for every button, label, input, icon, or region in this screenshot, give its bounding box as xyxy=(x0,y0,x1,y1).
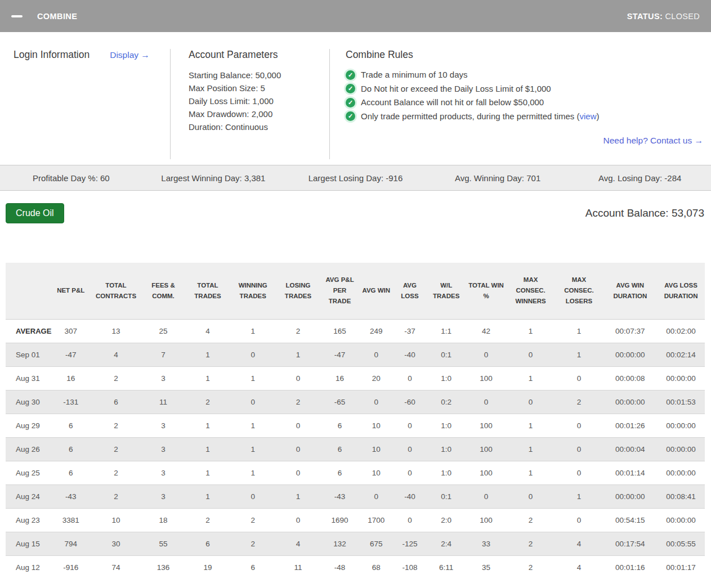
table-row: Aug 23338110182201690170002:01002000:54:… xyxy=(6,508,705,532)
table-cell: 0 xyxy=(555,437,603,461)
table-cell: 25 xyxy=(141,319,186,343)
row-date-label: Aug 31 xyxy=(6,366,51,390)
combine-rules-list: ✓Trade a minimum of 10 days✓Do Not hit o… xyxy=(346,68,705,123)
table-cell: 0 xyxy=(555,414,603,437)
table-cell: 74 xyxy=(91,555,141,579)
table-cell: 1:0 xyxy=(427,461,466,484)
column-header: LOSING TRADES xyxy=(276,263,320,319)
rule-text: Only trade permitted products, during th… xyxy=(361,110,600,124)
account-parameters-panel: Account Parameters Starting Balance: 50,… xyxy=(171,42,329,159)
table-cell: 00:00:08 xyxy=(603,366,657,390)
row-date-label: Aug 30 xyxy=(6,390,51,414)
table-cell: -47 xyxy=(51,343,91,366)
table-cell: 3381 xyxy=(51,508,91,532)
account-parameter-line: Duration: Continuous xyxy=(189,120,329,133)
table-cell: 00:02:00 xyxy=(657,319,705,343)
rule-text: Do Not hit or exceed the Daily Loss Limi… xyxy=(361,82,551,96)
table-cell: 00:00:00 xyxy=(603,390,657,414)
table-cell: 3 xyxy=(141,437,186,461)
table-cell: 30 xyxy=(91,532,141,555)
table-cell: 1 xyxy=(230,437,276,461)
crude-oil-button[interactable]: Crude Oil xyxy=(6,203,64,223)
table-cell: 132 xyxy=(320,532,360,555)
table-cell: 4 xyxy=(186,319,230,343)
table-cell: 1 xyxy=(507,461,555,484)
table-cell: 00:05:55 xyxy=(657,532,705,555)
table-row: Aug 2562311061001:01001000:01:1400:00:00 xyxy=(6,461,705,484)
row-date-label: Aug 23 xyxy=(6,508,51,532)
table-cell: 00:00:00 xyxy=(657,437,705,461)
check-icon: ✓ xyxy=(346,98,355,107)
table-cell: 1 xyxy=(230,414,276,437)
table-cell: 1 xyxy=(507,366,555,390)
view-link[interactable]: view xyxy=(580,111,597,121)
table-cell: 0:2 xyxy=(427,390,466,414)
column-header xyxy=(6,263,51,319)
status-badge: STATUS: CLOSED xyxy=(627,12,700,21)
table-cell: 2:4 xyxy=(427,532,466,555)
table-cell: 2 xyxy=(507,555,555,579)
column-header: FEES & COMM. xyxy=(141,263,186,319)
table-cell: 10 xyxy=(359,414,393,437)
window-title: COMBINE xyxy=(37,12,77,21)
table-cell: 4 xyxy=(276,532,320,555)
column-header: TOTAL TRADES xyxy=(186,263,230,319)
table-cell: 1 xyxy=(507,319,555,343)
table-cell: 00:07:37 xyxy=(603,319,657,343)
table-row: Aug 2962311061001:01001000:01:2600:00:00 xyxy=(6,414,705,437)
row-date-label: Aug 24 xyxy=(6,484,51,508)
account-balance: Account Balance: 53,073 xyxy=(585,207,704,219)
column-header: AVG WIN xyxy=(359,263,393,319)
table-cell: 00:01:26 xyxy=(603,414,657,437)
table-cell: 6 xyxy=(91,390,141,414)
row-date-label: AVERAGE xyxy=(6,319,51,343)
table-cell: 1 xyxy=(186,366,230,390)
stat-item: Profitable Day %: 60 xyxy=(0,173,142,183)
table-row: Aug 311623110162001:01001000:00:0800:00:… xyxy=(6,366,705,390)
minimize-icon[interactable] xyxy=(11,15,23,17)
combine-rule-item: ✓Do Not hit or exceed the Daily Loss Lim… xyxy=(346,82,705,96)
table-cell: 2 xyxy=(186,390,230,414)
table-cell: 0:1 xyxy=(427,343,466,366)
table-cell: 10 xyxy=(359,461,393,484)
table-cell: 2 xyxy=(91,484,141,508)
table-cell: 13 xyxy=(91,319,141,343)
row-date-label: Aug 12 xyxy=(6,555,51,579)
check-icon: ✓ xyxy=(346,111,355,121)
table-cell: 1 xyxy=(186,484,230,508)
table-cell: 18 xyxy=(141,508,186,532)
top-panels: Login Information Display → Account Para… xyxy=(0,32,711,164)
table-cell: 3 xyxy=(141,366,186,390)
table-cell: 4 xyxy=(555,555,603,579)
table-cell: 00:01:14 xyxy=(603,461,657,484)
table-row: Aug 24-4323101-430-400:100100:00:0000:08… xyxy=(6,484,705,508)
table-cell: 16 xyxy=(320,366,360,390)
display-link[interactable]: Display → xyxy=(110,50,150,60)
contact-us-link[interactable]: Need help? Contact us → xyxy=(603,136,704,145)
check-icon: ✓ xyxy=(346,70,355,80)
table-cell: -43 xyxy=(320,484,360,508)
status-value: CLOSED xyxy=(665,12,700,21)
table-cell: 0 xyxy=(393,414,427,437)
table-cell: 2 xyxy=(507,508,555,532)
table-cell: 0:1 xyxy=(427,484,466,508)
table-cell: 00:54:15 xyxy=(603,508,657,532)
row-date-label: Aug 29 xyxy=(6,414,51,437)
column-header: TOTAL CONTRACTS xyxy=(91,263,141,319)
table-cell: 1 xyxy=(186,461,230,484)
table-cell: 00:00:04 xyxy=(603,437,657,461)
table-cell: 2 xyxy=(186,508,230,532)
table-cell: -916 xyxy=(51,555,91,579)
table-cell: 6 xyxy=(51,461,91,484)
table-cell: 6 xyxy=(320,461,360,484)
table-cell: -37 xyxy=(393,319,427,343)
table-cell: 6:11 xyxy=(427,555,466,579)
table-cell: 2 xyxy=(230,532,276,555)
table-cell: 0 xyxy=(359,484,393,508)
table-cell: 1:0 xyxy=(427,366,466,390)
combine-rule-item: ✓Only trade permitted products, during t… xyxy=(346,110,705,124)
stat-item: Avg. Winning Day: 701 xyxy=(427,173,569,183)
table-cell: 7 xyxy=(141,343,186,366)
table-cell: 100 xyxy=(466,437,507,461)
table-cell: -60 xyxy=(393,390,427,414)
